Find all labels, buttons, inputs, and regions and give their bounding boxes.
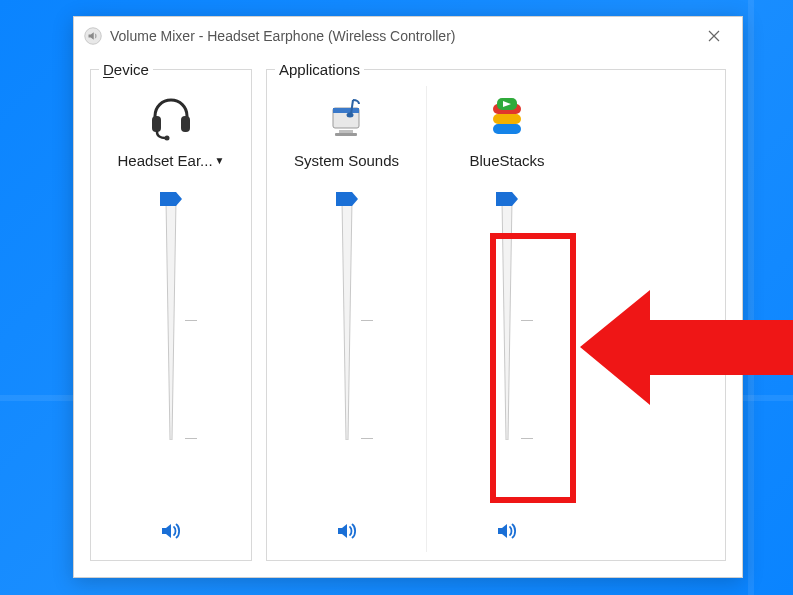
- system-volume-slider[interactable]: [267, 174, 426, 510]
- svg-point-3: [165, 136, 170, 141]
- svg-rect-14: [493, 114, 521, 124]
- svg-marker-18: [496, 192, 518, 206]
- bluestacks-mute-button[interactable]: [489, 516, 525, 546]
- svg-marker-12: [336, 192, 358, 206]
- volume-mixer-icon: [84, 27, 102, 45]
- bluestacks-label-row[interactable]: BlueStacks: [469, 146, 544, 174]
- speaker-icon: [159, 519, 183, 543]
- desktop-bg-divider: [748, 0, 754, 595]
- svg-rect-8: [339, 130, 353, 133]
- app-label: System Sounds: [294, 152, 399, 169]
- channel-device: Headset Ear... ▼: [91, 86, 251, 552]
- svg-marker-17: [502, 200, 512, 440]
- applications-legend: Applications: [275, 61, 364, 78]
- slider-thumb[interactable]: [160, 192, 182, 206]
- chevron-down-icon: ▼: [215, 155, 225, 166]
- svg-marker-4: [166, 200, 176, 440]
- svg-marker-5: [160, 192, 182, 206]
- svg-point-10: [346, 113, 353, 118]
- device-selector[interactable]: Headset Ear... ▼: [118, 146, 225, 174]
- device-volume-slider[interactable]: [91, 174, 251, 510]
- device-mute-button[interactable]: [153, 516, 189, 546]
- system-sounds-label-row[interactable]: System Sounds: [294, 146, 399, 174]
- device-legend: Device: [99, 61, 153, 78]
- svg-rect-7: [333, 108, 359, 113]
- device-legend-text: evice: [114, 61, 149, 78]
- app-label: BlueStacks: [469, 152, 544, 169]
- svg-rect-1: [152, 116, 161, 132]
- volume-mixer-window: Volume Mixer - Headset Earphone (Wireles…: [73, 16, 743, 578]
- slider-thumb[interactable]: [336, 192, 358, 206]
- window-title: Volume Mixer - Headset Earphone (Wireles…: [110, 28, 694, 44]
- svg-rect-2: [181, 116, 190, 132]
- speaker-icon: [335, 519, 359, 543]
- svg-marker-11: [342, 200, 352, 440]
- bluestacks-icon: [483, 90, 531, 146]
- titlebar: Volume Mixer - Headset Earphone (Wireles…: [74, 17, 742, 55]
- close-icon: [708, 30, 720, 42]
- svg-rect-9: [335, 133, 357, 136]
- content-area: Device Headset Ear... ▼: [74, 55, 742, 577]
- slider-thumb[interactable]: [496, 192, 518, 206]
- channel-bluestacks: BlueStacks: [427, 86, 587, 552]
- speaker-icon: [495, 519, 519, 543]
- system-mute-button[interactable]: [329, 516, 365, 546]
- channel-system-sounds: System Sounds: [267, 86, 427, 552]
- device-group: Device Headset Ear... ▼: [90, 61, 252, 561]
- system-sounds-icon: [323, 90, 371, 146]
- bluestacks-volume-slider[interactable]: [427, 174, 587, 510]
- close-button[interactable]: [694, 22, 734, 50]
- applications-group: Applications: [266, 61, 726, 561]
- svg-rect-13: [493, 124, 521, 134]
- device-label: Headset Ear...: [118, 152, 213, 169]
- headset-icon: [147, 90, 195, 146]
